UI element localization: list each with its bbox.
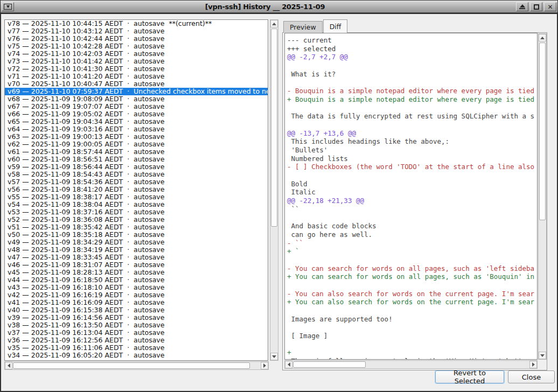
diff-line: + `: [287, 247, 537, 256]
history-version-row[interactable]: v44 — 2025-11-09 16:18:50 AEDT · autosav…: [5, 276, 268, 284]
history-version-row[interactable]: v40 — 2025-11-09 16:15:38 AEDT · autosav…: [5, 306, 268, 314]
diff-line: + You can search for words on all pages,…: [287, 272, 537, 281]
history-version-row[interactable]: v48 — 2025-11-09 18:34:19 AEDT · autosav…: [5, 246, 268, 254]
diff-line: +++ selected: [287, 45, 537, 53]
history-version-row[interactable]: v54 — 2025-11-09 18:38:04 AEDT · autosav…: [5, 201, 268, 208]
history-version-row[interactable]: v78 — 2025-11-10 10:44:15 AEDT · autosav…: [5, 20, 268, 27]
scroll-right-arrow[interactable]: [529, 361, 537, 368]
diff-horizontal-scrollbar[interactable]: [284, 360, 538, 369]
diff-line: [287, 78, 537, 87]
diff-line: [287, 104, 537, 113]
diff-line: @@ -2,7 +2,7 @@: [287, 53, 537, 61]
history-version-row[interactable]: v46 — 2025-11-09 18:31:07 AEDT · autosav…: [5, 261, 268, 269]
history-version-row[interactable]: v43 — 2025-11-09 16:18:10 AEDT · autosav…: [5, 284, 268, 291]
diff-line: @@ -13,7 +13,6 @@: [287, 129, 537, 138]
diff-line: Italic: [287, 188, 537, 197]
history-version-row[interactable]: v72 — 2025-11-10 10:41:30 AEDT · autosav…: [5, 65, 268, 73]
history-version-row[interactable]: v58 — 2025-11-09 18:54:43 AEDT · autosav…: [5, 171, 268, 178]
history-version-row[interactable]: v36 — 2025-11-09 16:12:56 AEDT · autosav…: [5, 337, 268, 344]
diff-vertical-scrollbar[interactable]: [538, 33, 547, 360]
history-version-row[interactable]: v47 — 2025-11-09 18:33:45 AEDT · autosav…: [5, 254, 268, 261]
history-version-row[interactable]: v63 — 2025-11-09 19:00:13 AEDT · autosav…: [5, 133, 268, 141]
diff-line: [287, 281, 537, 290]
history-version-row[interactable]: v52 — 2025-11-09 18:36:08 AEDT · autosav…: [5, 216, 268, 223]
history-version-row[interactable]: v68 — 2025-11-09 19:08:09 AEDT · autosav…: [5, 95, 268, 103]
scroll-up-arrow[interactable]: [539, 34, 546, 41]
tab-diff[interactable]: Diff: [323, 19, 348, 33]
diff-line: +: [287, 348, 537, 357]
history-version-row[interactable]: v38 — 2025-11-09 16:13:50 AEDT · autosav…: [5, 321, 268, 329]
history-version-row[interactable]: v65 — 2025-11-09 19:04:34 AEDT · autosav…: [5, 118, 268, 125]
preview-diff-tabs: PreviewDiff: [283, 19, 348, 33]
diff-text-view[interactable]: --- current+++ selected@@ -2,7 +2,7 @@ W…: [284, 33, 538, 360]
window-menu-button[interactable]: [2, 2, 14, 11]
history-list-horizontal-scrollbar[interactable]: [4, 361, 269, 370]
diff-line: Images are supported too!: [287, 315, 537, 324]
history-version-row[interactable]: v51 — 2025-11-09 18:35:42 AEDT · autosav…: [5, 223, 268, 231]
history-version-row[interactable]: v77 — 2025-11-10 10:43:12 AEDT · autosav…: [5, 27, 268, 35]
scroll-thumb[interactable]: [293, 361, 366, 368]
history-version-row[interactable]: v62 — 2025-11-09 19:00:05 AEDT · autosav…: [5, 141, 268, 148]
history-version-row[interactable]: v53 — 2025-11-09 18:37:16 AEDT · autosav…: [5, 208, 268, 216]
history-version-row[interactable]: v61 — 2025-11-09 18:57:44 AEDT · autosav…: [5, 148, 268, 156]
history-version-row[interactable]: v76 — 2025-11-10 10:42:44 AEDT · autosav…: [5, 35, 268, 43]
history-version-row[interactable]: v57 — 2025-11-09 18:54:36 AEDT · autosav…: [5, 178, 268, 186]
history-list-vertical-scrollbar[interactable]: [270, 19, 278, 361]
history-version-row[interactable]: v34 — 2025-11-09 16:05:20 AEDT · autosav…: [5, 352, 268, 359]
scroll-down-arrow[interactable]: [270, 353, 278, 360]
titlebar[interactable]: [vpn-ssh] History __ 2025-11-09 ✕: [1, 1, 557, 13]
scroll-thumb[interactable]: [539, 43, 546, 220]
diff-line: ``: [287, 205, 537, 214]
history-version-row[interactable]: v74 — 2025-11-10 10:42:03 AEDT · autosav…: [5, 50, 268, 58]
window-close-button[interactable]: ✕: [544, 2, 556, 11]
shade-icon: [519, 4, 525, 9]
history-version-row[interactable]: v45 — 2025-11-09 18:28:13 AEDT · autosav…: [5, 269, 268, 276]
diff-line: @@ -22,18 +21,33 @@: [287, 197, 537, 205]
history-version-row[interactable]: v50 — 2025-11-09 18:35:18 AEDT · autosav…: [5, 231, 268, 239]
window-maximize-button[interactable]: [530, 2, 542, 11]
diff-line: - ``: [287, 239, 537, 248]
triangle-up-icon: [540, 37, 545, 39]
scroll-left-arrow[interactable]: [285, 361, 292, 368]
history-version-row[interactable]: v69 — 2025-11-10 07:59:37 AEDT · Uncheck…: [5, 88, 268, 95]
scroll-thumb[interactable]: [271, 29, 277, 227]
history-version-row[interactable]: v75 — 2025-11-10 10:42:28 AEDT · autosav…: [5, 43, 268, 50]
diff-line: [287, 340, 537, 349]
window-shade-button[interactable]: [516, 2, 528, 11]
history-version-row[interactable]: v37 — 2025-11-09 16:13:04 AEDT · autosav…: [5, 329, 268, 337]
scroll-down-arrow[interactable]: [539, 352, 546, 359]
history-version-row[interactable]: v60 — 2025-11-09 18:56:51 AEDT · autosav…: [5, 156, 268, 163]
history-dialog-window: [vpn-ssh] History __ 2025-11-09 ✕ v78 — …: [0, 0, 558, 392]
triangle-up-icon: [272, 23, 276, 25]
diff-line: There is full version control via the 'V…: [287, 357, 537, 360]
history-version-row[interactable]: v55 — 2025-11-09 18:38:17 AEDT · autosav…: [5, 193, 268, 201]
history-version-row[interactable]: v67 — 2025-11-09 19:07:07 AEDT · autosav…: [5, 103, 268, 110]
history-version-row[interactable]: v70 — 2025-11-10 10:40:47 AEDT · autosav…: [5, 80, 268, 88]
history-version-row[interactable]: v49 — 2025-11-09 18:34:29 AEDT · autosav…: [5, 239, 268, 246]
dialog-content: v78 — 2025-11-10 10:44:15 AEDT · autosav…: [1, 14, 557, 391]
history-version-row[interactable]: v66 — 2025-11-09 19:05:02 AEDT · autosav…: [5, 110, 268, 118]
diff-line: - Bouquin is a simple notepad editor whe…: [287, 87, 537, 95]
history-version-row[interactable]: v71 — 2025-11-10 10:41:20 AEDT · autosav…: [5, 73, 268, 80]
history-version-row[interactable]: v64 — 2025-11-09 19:03:16 AEDT · autosav…: [5, 125, 268, 133]
tab-preview[interactable]: Preview: [283, 21, 323, 33]
history-version-row[interactable]: v56 — 2025-11-09 18:41:20 AEDT · autosav…: [5, 186, 268, 193]
scroll-thumb[interactable]: [13, 362, 250, 369]
diff-line: Bold: [287, 180, 537, 188]
history-version-row[interactable]: v41 — 2025-11-09 16:16:09 AEDT · autosav…: [5, 299, 268, 306]
history-version-row[interactable]: v35 — 2025-11-09 16:11:06 AEDT · autosav…: [5, 344, 268, 352]
scroll-up-arrow[interactable]: [270, 20, 278, 27]
history-version-row[interactable]: v33 — 2025-11-09 16:05:01 AEDT · autosav…: [5, 359, 268, 361]
scroll-left-arrow[interactable]: [5, 362, 12, 369]
history-version-row[interactable]: v73 — 2025-11-10 10:41:42 AEDT · autosav…: [5, 58, 268, 65]
diff-line: [287, 213, 537, 222]
history-version-row[interactable]: v42 — 2025-11-09 16:16:19 AEDT · autosav…: [5, 291, 268, 299]
history-version-row[interactable]: v39 — 2025-11-09 16:14:56 AEDT · autosav…: [5, 314, 268, 321]
revert-to-selected-button[interactable]: Revert to Selected: [435, 370, 504, 383]
triangle-right-icon: [532, 362, 535, 367]
version-history-list[interactable]: v78 — 2025-11-10 10:44:15 AEDT · autosav…: [4, 19, 268, 361]
history-version-row[interactable]: v59 — 2025-11-09 18:56:44 AEDT · autosav…: [5, 163, 268, 171]
close-button[interactable]: Close: [508, 370, 555, 383]
scroll-right-arrow[interactable]: [261, 362, 268, 369]
diff-line: + Bouquin is a simple notepad editor whe…: [287, 95, 537, 104]
